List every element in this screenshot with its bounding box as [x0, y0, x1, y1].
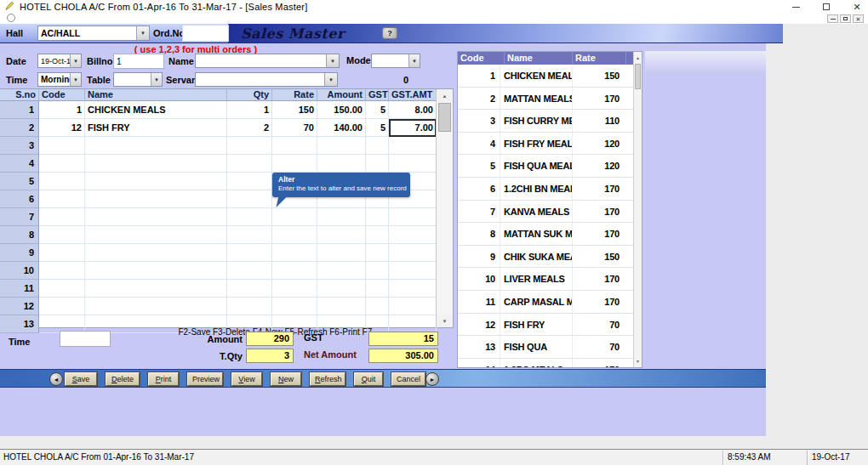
grid-cell-code[interactable]: [39, 244, 85, 262]
mdi-minimize-icon[interactable]: [827, 14, 838, 23]
grid-cell-gst[interactable]: [366, 208, 389, 226]
delete-button[interactable]: Delete: [106, 372, 140, 386]
grid-cell-code[interactable]: [39, 280, 85, 298]
grid-row-header[interactable]: 10: [0, 262, 39, 280]
grid-cell-gstamt[interactable]: [389, 244, 437, 262]
grid-cell-name[interactable]: [85, 155, 227, 173]
grid-cell-qty[interactable]: [227, 280, 272, 298]
item-row[interactable]: 8MATTAN SUK MEALK170: [458, 223, 642, 246]
preview-button[interactable]: Preview: [187, 372, 223, 386]
time-entry-input[interactable]: [60, 331, 111, 347]
scroll-down-icon[interactable]: ▼: [437, 315, 453, 327]
grid-cell-qty[interactable]: 1: [227, 101, 272, 119]
grid-row-header[interactable]: 12: [0, 298, 39, 315]
grid-cell-qty[interactable]: [227, 173, 272, 190]
item-row[interactable]: 9CHIK SUKA MEALS150: [458, 246, 642, 269]
chevron-down-icon[interactable]: ▼: [324, 73, 337, 86]
grid-cell-name[interactable]: [85, 244, 227, 262]
mdi-close-icon[interactable]: ✕: [853, 14, 864, 23]
grid-cell-gst[interactable]: [366, 262, 389, 280]
cancel-button[interactable]: Cancel: [391, 372, 425, 386]
grid-cell-name[interactable]: [85, 208, 227, 226]
grid-cell-name[interactable]: CHICKEN MEALS: [85, 101, 227, 119]
grid-cell-gstamt[interactable]: [389, 298, 437, 315]
grid-cell-gstamt[interactable]: [389, 137, 437, 155]
scroll-thumb[interactable]: [635, 64, 641, 89]
grid-cell-name[interactable]: [85, 298, 227, 315]
grid-scrollbar[interactable]: ▲ ▼: [436, 89, 453, 327]
grid-cell-name[interactable]: FISH FRY: [85, 119, 227, 137]
grid-cell-gst[interactable]: [366, 137, 389, 155]
grid-cell-gstamt[interactable]: [389, 280, 437, 298]
grid-cell-rate[interactable]: 150: [272, 101, 317, 119]
grid-cell-gstamt[interactable]: [389, 155, 437, 173]
grid-cell-gst[interactable]: [366, 226, 389, 244]
grid-cell-gst[interactable]: 5: [366, 101, 389, 119]
grid-cell-rate[interactable]: [272, 280, 317, 298]
grid-cell-name[interactable]: [85, 280, 227, 298]
grid-cell-gst[interactable]: [366, 244, 389, 262]
maximize-icon[interactable]: [820, 1, 832, 13]
grid-cell-amount[interactable]: [317, 298, 366, 315]
grid-cell-rate[interactable]: [272, 155, 317, 173]
table-combo[interactable]: ▼: [113, 72, 163, 87]
grid-cell-rate[interactable]: [272, 226, 317, 244]
grid-cell-qty[interactable]: [227, 244, 272, 262]
item-row[interactable]: 12FISH FRY70: [458, 314, 642, 337]
nav-prev-icon[interactable]: ◄: [49, 372, 63, 386]
chevron-down-icon[interactable]: ▼: [136, 26, 149, 40]
grid-cell-amount[interactable]: [317, 155, 366, 173]
grid-cell-qty[interactable]: [227, 190, 272, 208]
refresh-button[interactable]: Refresh: [310, 372, 345, 386]
grid-cell-gstamt[interactable]: [389, 262, 437, 280]
grid-cell-qty[interactable]: [227, 262, 272, 280]
date-combo[interactable]: 19-Oct-17 ▼: [37, 54, 82, 68]
grid-row-header[interactable]: 3: [0, 137, 39, 155]
grid-cell-amount[interactable]: [317, 280, 366, 298]
grid-cell-amount[interactable]: [317, 208, 366, 226]
print-button[interactable]: Print: [148, 372, 179, 386]
grid-cell-amount[interactable]: 140.00: [317, 119, 366, 137]
new-button[interactable]: New: [271, 372, 301, 386]
grid-cell-name[interactable]: [85, 137, 227, 155]
chevron-down-icon[interactable]: ▼: [326, 54, 339, 67]
time-combo[interactable]: Morning ▼: [37, 72, 82, 87]
mdi-restore-icon[interactable]: [840, 14, 851, 23]
grid-cell-amount[interactable]: [317, 244, 366, 262]
mdi-form-icon[interactable]: [7, 14, 15, 22]
grid-cell-name[interactable]: [85, 262, 227, 280]
nav-next-icon[interactable]: ►: [425, 372, 439, 386]
grid-cell-gstamt[interactable]: 8.00: [389, 101, 437, 119]
grid-cell-gstamt[interactable]: [389, 226, 437, 244]
item-row[interactable]: 1CHICKEN MEALS150: [458, 65, 642, 88]
ordno-input[interactable]: [182, 25, 229, 42]
grid-cell-code[interactable]: [39, 137, 85, 155]
grid-cell-name[interactable]: [85, 226, 227, 244]
grid-cell-name[interactable]: [85, 173, 227, 190]
grid-cell-code[interactable]: 1: [39, 101, 85, 119]
grid-row-header[interactable]: 7: [0, 208, 39, 226]
items-scrollbar[interactable]: ▲ ▼: [633, 52, 642, 367]
grid-cell-qty[interactable]: 2: [227, 119, 272, 137]
grid-row-header[interactable]: 6: [0, 190, 39, 208]
grid-cell-name[interactable]: [85, 190, 227, 208]
grid-row-header[interactable]: 9: [0, 244, 39, 262]
item-row[interactable]: 3FISH CURRY MEAL110: [458, 110, 642, 133]
grid-cell-code[interactable]: [39, 262, 85, 280]
item-row[interactable]: 11CARP MASAL MEALS170: [458, 291, 642, 314]
chevron-down-icon[interactable]: ▼: [70, 54, 81, 67]
chevron-down-icon[interactable]: ▼: [151, 73, 162, 86]
grid-cell-gstamt[interactable]: [389, 208, 437, 226]
grid-row-header[interactable]: 1: [0, 101, 39, 119]
item-row[interactable]: 7KANVA MEALS170: [458, 201, 642, 224]
servant-combo[interactable]: ▼: [195, 72, 338, 87]
minimize-icon[interactable]: [790, 1, 802, 13]
item-row[interactable]: 141.2BS MEALS170: [458, 359, 642, 368]
scroll-up-icon[interactable]: ▲: [437, 89, 453, 102]
mode-combo[interactable]: ▼: [371, 54, 420, 68]
item-row[interactable]: 10LIVER MEALS170: [458, 268, 642, 291]
grid-row-header[interactable]: 5: [0, 173, 39, 190]
help-icon[interactable]: ?: [382, 27, 397, 39]
grid-cell-code[interactable]: [39, 208, 85, 226]
grid-cell-code[interactable]: [39, 155, 85, 173]
